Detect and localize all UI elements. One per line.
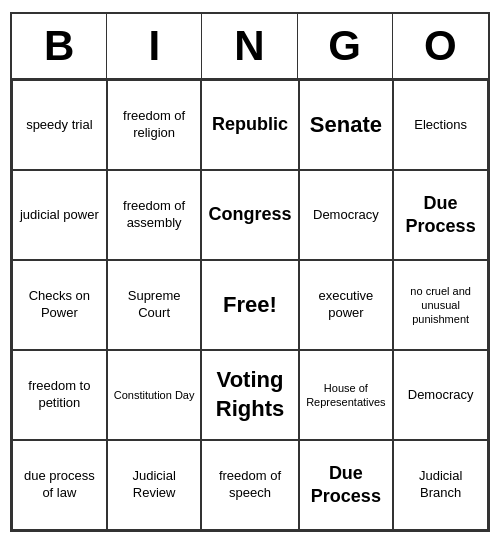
bingo-letter-g: G: [298, 14, 393, 78]
bingo-header: BINGO: [12, 14, 488, 80]
bingo-cell-17: Voting Rights: [201, 350, 298, 440]
bingo-cell-16: Constitution Day: [107, 350, 202, 440]
bingo-cell-12: Free!: [201, 260, 298, 350]
bingo-cell-20: due process of law: [12, 440, 107, 530]
bingo-cell-7: Congress: [201, 170, 298, 260]
bingo-cell-8: Democracy: [299, 170, 394, 260]
bingo-cell-4: Elections: [393, 80, 488, 170]
bingo-cell-18: House of Representatives: [299, 350, 394, 440]
bingo-letter-b: B: [12, 14, 107, 78]
bingo-cell-1: freedom of religion: [107, 80, 202, 170]
bingo-cell-24: Judicial Branch: [393, 440, 488, 530]
bingo-cell-6: freedom of assembly: [107, 170, 202, 260]
bingo-cell-23: Due Process: [299, 440, 394, 530]
bingo-letter-o: O: [393, 14, 488, 78]
bingo-cell-0: speedy trial: [12, 80, 107, 170]
bingo-letter-n: N: [202, 14, 297, 78]
bingo-cell-11: Supreme Court: [107, 260, 202, 350]
bingo-cell-14: no cruel and unusual punishment: [393, 260, 488, 350]
bingo-cell-3: Senate: [299, 80, 394, 170]
bingo-letter-i: I: [107, 14, 202, 78]
bingo-cell-15: freedom to petition: [12, 350, 107, 440]
bingo-grid: speedy trialfreedom of religionRepublicS…: [12, 80, 488, 530]
bingo-card: BINGO speedy trialfreedom of religionRep…: [10, 12, 490, 532]
bingo-cell-13: executive power: [299, 260, 394, 350]
bingo-cell-2: Republic: [201, 80, 298, 170]
bingo-cell-19: Democracy: [393, 350, 488, 440]
bingo-cell-9: Due Process: [393, 170, 488, 260]
bingo-cell-21: Judicial Review: [107, 440, 202, 530]
bingo-cell-10: Checks on Power: [12, 260, 107, 350]
bingo-cell-22: freedom of speech: [201, 440, 298, 530]
bingo-cell-5: judicial power: [12, 170, 107, 260]
